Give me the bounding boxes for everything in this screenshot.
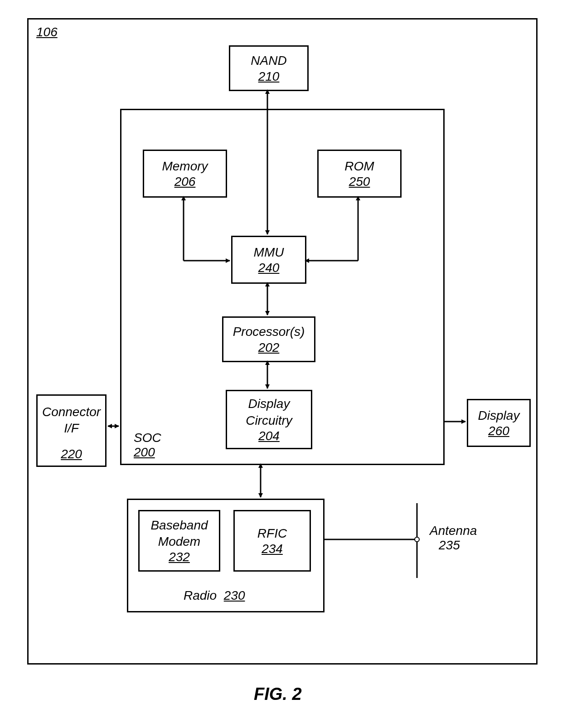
nand-num: 210 (258, 69, 280, 84)
figure-caption: FIG. 2 (254, 684, 302, 704)
antenna-label: Antenna (430, 524, 477, 538)
mmu-box: MMU 240 (231, 236, 306, 284)
rfic-label: RFIC (257, 525, 287, 542)
radio-label: Radio (184, 588, 217, 602)
baseband-num: 232 (169, 550, 190, 564)
soc-label-text: SOC (134, 431, 161, 445)
outer-num: 106 (36, 25, 58, 39)
memory-label: Memory (162, 158, 208, 175)
antenna-label-group: Antenna 235 (430, 524, 477, 553)
nand-label: NAND (251, 53, 286, 69)
nand-box: NAND 210 (229, 45, 309, 91)
display-label: Display (478, 408, 520, 424)
rom-label: ROM (344, 158, 374, 175)
memory-num: 206 (174, 175, 196, 189)
processor-num: 202 (258, 340, 280, 355)
display-circuitry-label1: Display (248, 396, 290, 412)
connector-num: 220 (61, 447, 82, 461)
memory-box: Memory 206 (143, 150, 227, 198)
display-circuitry-num: 204 (258, 429, 280, 443)
mmu-label: MMU (254, 244, 284, 261)
rom-box: ROM 250 (317, 150, 402, 198)
radio-num: 230 (224, 588, 245, 602)
baseband-box: Baseband Modem 232 (138, 510, 220, 572)
display-circuitry-label2: Circuitry (246, 413, 292, 429)
rom-num: 250 (349, 175, 370, 189)
antenna-num: 235 (439, 538, 460, 552)
processor-box: Processor(s) 202 (222, 316, 315, 362)
rfic-num: 234 (262, 542, 283, 556)
baseband-label1: Baseband (150, 517, 208, 534)
radio-label-row: Radio 230 (184, 588, 245, 603)
display-box: Display 260 (467, 399, 531, 447)
mmu-num: 240 (258, 261, 280, 275)
diagram-container: 106 NAND 210 SOC 200 Memory 206 ROM 250 … (9, 9, 553, 719)
rfic-box: RFIC 234 (233, 510, 311, 572)
soc-label: SOC 200 (134, 431, 161, 460)
soc-num: 200 (134, 445, 155, 459)
connector-box: Connector I/F 220 (36, 394, 107, 467)
display-num: 260 (488, 424, 509, 438)
baseband-label2: Modem (158, 534, 200, 550)
connector-label2: I/F (64, 420, 79, 437)
display-circuitry-box: Display Circuitry 204 (226, 390, 312, 449)
processor-label: Processor(s) (233, 324, 305, 340)
connector-label1: Connector (42, 404, 101, 420)
